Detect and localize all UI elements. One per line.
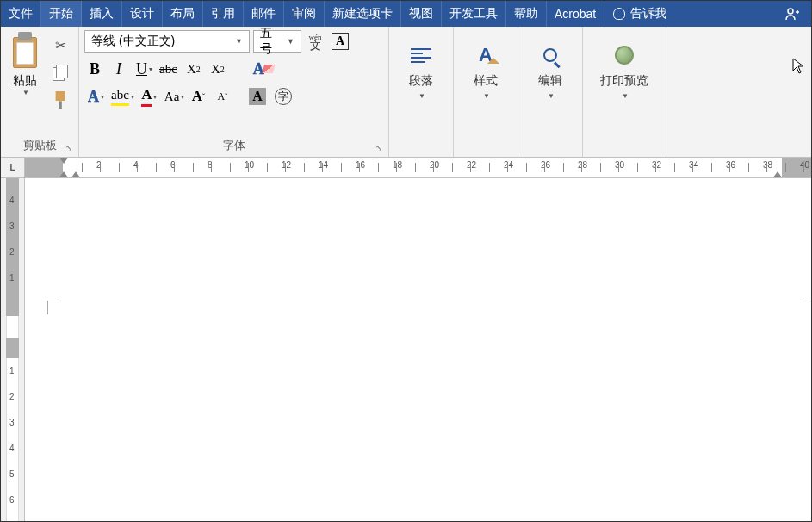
share-button[interactable] — [773, 1, 811, 27]
font-name-value: 等线 (中文正文) — [89, 34, 232, 49]
font-size-combo[interactable]: 五号 ▼ — [253, 30, 301, 53]
char-border-button[interactable]: A — [329, 30, 351, 53]
ruler-number: 1 — [9, 366, 15, 376]
text-effects-button[interactable]: A ▾ — [84, 85, 105, 108]
tab-design[interactable]: 设计 — [122, 1, 163, 27]
ruler-vertical[interactable]: 4321123456 — [1, 178, 25, 521]
ruler-number: 14 — [319, 160, 328, 170]
ruler-number: 5 — [9, 469, 15, 479]
chevron-down-icon: ▼ — [483, 92, 490, 100]
ribbon: 粘贴 ▼ 剪贴板 ⤡ 等线 (中文正文) ▼ 五号 ▼ — [1, 27, 811, 158]
phonetic-guide-icon: wén文 — [309, 34, 322, 49]
ruler-horizontal[interactable]: L 246810121416182022242628303234363840 — [1, 158, 811, 178]
ruler-number: 10 — [245, 160, 254, 170]
ruler-number: 18 — [393, 160, 402, 170]
paragraph-button[interactable]: 段落 ▼ — [394, 30, 448, 103]
grow-font-button[interactable]: Aˇ — [188, 85, 208, 108]
right-indent-marker[interactable] — [773, 171, 782, 177]
left-indent-marker[interactable] — [71, 171, 80, 177]
eraser-icon — [262, 65, 275, 73]
chevron-down-icon: ▾ — [131, 93, 134, 101]
paintbrush-icon — [53, 91, 68, 109]
subscript-button[interactable]: X2 — [183, 58, 204, 80]
tab-review[interactable]: 审阅 — [284, 1, 325, 27]
enclose-chars-button[interactable]: 字 — [272, 85, 294, 108]
tab-insert[interactable]: 插入 — [82, 1, 122, 27]
text-effects-icon: A — [88, 88, 99, 106]
chevron-down-icon: ▼ — [622, 92, 629, 100]
tab-mailings[interactable]: 邮件 — [244, 1, 284, 27]
font-color-button[interactable]: A ▾ — [138, 85, 158, 108]
document-area[interactable] — [25, 178, 811, 521]
group-print-preview: 打印预览 ▼ — [583, 27, 666, 157]
highlight-button[interactable]: abc ▾ — [108, 85, 134, 108]
ruler-number: 24 — [504, 160, 513, 170]
clipboard-launcher[interactable]: ⤡ — [63, 141, 75, 153]
underline-icon: U — [136, 60, 147, 78]
clear-formatting-button[interactable]: A — [251, 58, 279, 80]
ruler-number: 28 — [578, 160, 587, 170]
editing-button[interactable]: 编辑 ▼ — [524, 30, 577, 103]
group-styles: A 样式 ▼ — [454, 27, 518, 157]
chevron-down-icon: ▼ — [232, 37, 245, 46]
shrink-font-button[interactable]: Aˇ — [212, 85, 232, 108]
font-size-value: 五号 — [257, 26, 284, 57]
paragraph-label: 段落 — [409, 73, 433, 89]
tab-help[interactable]: 帮助 — [506, 1, 547, 27]
format-painter-button[interactable] — [49, 89, 71, 111]
underline-button[interactable]: U ▾ — [133, 58, 153, 80]
copy-button[interactable] — [49, 61, 71, 84]
tab-home[interactable]: 开始 — [41, 1, 82, 27]
tell-me-button[interactable]: 告诉我 — [604, 1, 675, 27]
chevron-down-icon: ▼ — [548, 92, 555, 100]
ruler-number: 2 — [9, 247, 15, 257]
chevron-down-icon: ▾ — [153, 93, 157, 101]
search-icon — [543, 48, 557, 62]
ruler-number: 40 — [800, 160, 809, 170]
preview-icon — [615, 46, 634, 65]
styles-button[interactable]: A 样式 ▼ — [459, 30, 512, 103]
tab-layout[interactable]: 布局 — [163, 1, 203, 27]
chevron-down-icon: ▼ — [418, 92, 425, 100]
print-preview-button[interactable]: 打印预览 ▼ — [588, 30, 660, 103]
ruler-number: 26 — [541, 160, 550, 170]
tab-view[interactable]: 视图 — [401, 1, 442, 27]
print-preview-label: 打印预览 — [600, 73, 648, 89]
char-shading-icon: A — [249, 88, 266, 105]
tab-file[interactable]: 文件 — [1, 1, 41, 27]
page[interactable] — [37, 218, 811, 502]
change-case-button[interactable]: Aa ▾ — [162, 85, 185, 108]
font-name-combo[interactable]: 等线 (中文正文) ▼ — [84, 30, 250, 53]
paste-button[interactable]: 粘贴 ▼ — [6, 30, 44, 98]
ruler-number: 30 — [615, 160, 624, 170]
styles-icon: A — [479, 44, 493, 66]
ruler-number: 16 — [356, 160, 365, 170]
superscript-button[interactable]: X2 — [208, 58, 228, 80]
italic-button[interactable]: I — [108, 58, 129, 80]
strikethrough-button[interactable]: abc — [157, 58, 180, 80]
ruler-number: 12 — [282, 160, 291, 170]
phonetic-guide-button[interactable]: wén文 — [305, 30, 325, 53]
char-shading-button[interactable]: A — [246, 85, 269, 108]
tab-references[interactable]: 引用 — [203, 1, 244, 27]
first-line-indent-marker[interactable] — [59, 158, 68, 164]
chevron-down-icon: ▾ — [149, 65, 152, 73]
paste-icon — [9, 32, 40, 70]
ruler-tab-selector[interactable]: L — [1, 158, 25, 178]
font-launcher[interactable]: ⤡ — [373, 141, 385, 153]
hanging-indent-marker[interactable] — [59, 171, 68, 177]
ruler-number: 36 — [726, 160, 735, 170]
editing-label: 编辑 — [538, 73, 562, 89]
tab-developer[interactable]: 开发工具 — [442, 1, 506, 27]
highlight-icon: abc — [111, 88, 129, 106]
ruler-number: 2 — [9, 392, 15, 401]
tab-acrobat[interactable]: Acrobat — [547, 1, 604, 27]
chevron-down-icon: ▾ — [101, 93, 104, 101]
ruler-number: 1 — [9, 273, 15, 283]
tab-new-tab[interactable]: 新建选项卡 — [325, 1, 401, 27]
group-paragraph: 段落 ▼ — [389, 27, 454, 157]
bold-button[interactable]: B — [84, 58, 105, 80]
group-editing: 编辑 ▼ — [518, 27, 583, 157]
cut-button[interactable] — [49, 34, 71, 56]
ruler-number: 34 — [689, 160, 698, 170]
